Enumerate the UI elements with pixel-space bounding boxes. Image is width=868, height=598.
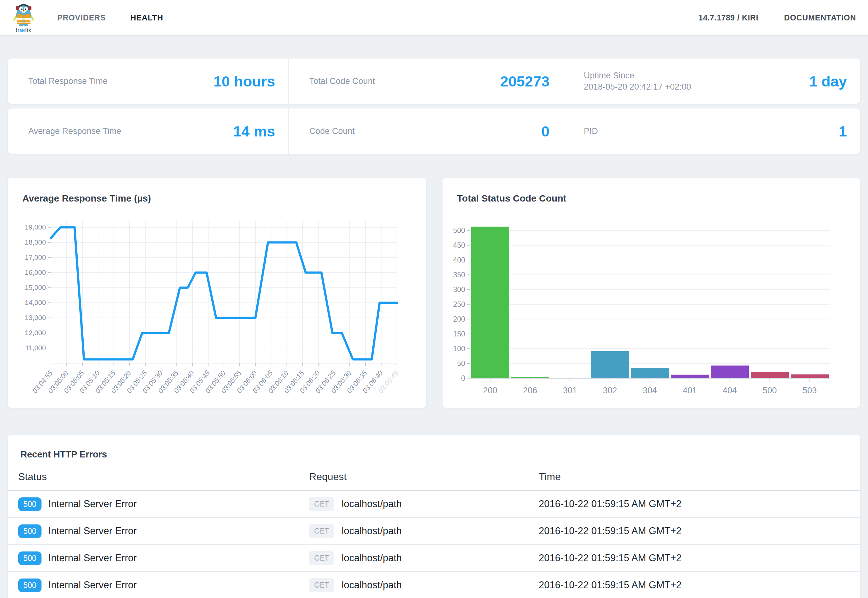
stat-label: Uptime Since (584, 70, 691, 81)
nav-link-providers[interactable]: PROVIDERS (57, 13, 106, 22)
stat-label: Code Count (310, 126, 355, 137)
svg-text:350: 350 (453, 271, 465, 279)
stat-label: PID (584, 126, 598, 137)
svg-text:301: 301 (563, 386, 577, 395)
svg-text:17,000: 17,000 (25, 253, 46, 261)
request-cell: GET localhost/path (299, 497, 528, 511)
status-cell: 500 Internal Server Error (8, 579, 299, 592)
svg-text:300: 300 (453, 286, 465, 294)
status-text: Internal Server Error (48, 552, 137, 564)
svg-text:16,000: 16,000 (25, 269, 46, 277)
request-cell: GET localhost/path (299, 524, 528, 538)
svg-text:200: 200 (453, 315, 465, 323)
stat-total-code-count: Total Code Count 205273 (288, 58, 563, 104)
svg-text:401: 401 (683, 386, 697, 395)
request-path: localhost/path (341, 498, 402, 510)
error-table-row: 500 Internal Server Error GET localhost/… (8, 572, 860, 598)
errors-table-title: Recent HTTP Errors (8, 435, 860, 469)
status-code-chart-title: Total Status Code Count (457, 193, 566, 204)
errors-table-header: Status Request Time (8, 469, 860, 491)
time-cell: 2016-10-22 01:59:15 AM GMT+2 (528, 552, 860, 564)
recent-http-errors-card: Recent HTTP Errors Status Request Time 5… (8, 435, 860, 598)
svg-text:100: 100 (453, 345, 465, 353)
svg-text:13,000: 13,000 (25, 314, 46, 321)
status-code-chart-card: Total Status Code Count 0501001502002503… (443, 178, 860, 408)
main-content: Total Response Time 10 hours Total Code … (0, 58, 868, 598)
error-table-row: 500 Internal Server Error GET localhost/… (8, 518, 860, 545)
svg-text:250: 250 (453, 300, 465, 308)
svg-text:0: 0 (461, 374, 465, 382)
status-text: Internal Server Error (48, 579, 137, 591)
stat-value: 0 (541, 123, 549, 140)
svg-text:503: 503 (802, 386, 817, 395)
request-path: localhost/path (341, 525, 402, 537)
svg-text:304: 304 (643, 386, 657, 395)
stat-sublabel: 2018-05-20 20:42:17 +02:00 (584, 81, 691, 93)
stat-value: 205273 (500, 73, 549, 90)
svg-text:11,000: 11,000 (25, 344, 46, 352)
charts-row: Average Response Time (µs) 11,00012,0001… (8, 178, 860, 408)
method-badge: GET (309, 524, 334, 538)
traefik-logo[interactable]: træfik (12, 2, 35, 34)
status-code-badge: 500 (18, 552, 42, 565)
stat-label: Total Response Time (28, 75, 108, 87)
status-cell: 500 Internal Server Error (8, 552, 299, 565)
column-header-status: Status (8, 471, 299, 483)
column-header-time: Time (528, 471, 860, 483)
request-path: localhost/path (341, 579, 402, 591)
svg-text:15,000: 15,000 (25, 284, 46, 292)
time-cell: 2016-10-22 01:59:15 AM GMT+2 (528, 498, 860, 510)
method-badge: GET (309, 497, 334, 511)
time-cell: 2016-10-22 01:59:15 AM GMT+2 (528, 525, 860, 537)
status-text: Internal Server Error (48, 498, 137, 510)
status-code-badge: 500 (18, 525, 42, 538)
response-time-line-chart: 11,00012,00013,00014,00015,00016,00017,0… (9, 216, 418, 408)
request-cell: GET localhost/path (299, 578, 528, 592)
nav-link-health[interactable]: HEALTH (130, 13, 163, 22)
svg-text:12,000: 12,000 (25, 329, 46, 337)
status-text: Internal Server Error (48, 525, 137, 537)
method-badge: GET (309, 551, 334, 565)
stats-row-current: Average Response Time 14 ms Code Count 0… (8, 108, 860, 154)
request-cell: GET localhost/path (299, 551, 528, 565)
stat-value: 10 hours (214, 73, 275, 90)
stat-value: 1 (839, 123, 847, 140)
stat-value: 1 day (809, 73, 847, 90)
errors-table-body: 500 Internal Server Error GET localhost/… (8, 491, 860, 598)
status-code-bar-chart: 0501001502002503003504004505002002063013… (443, 218, 852, 408)
stat-average-response-time: Average Response Time 14 ms (8, 108, 288, 154)
svg-text:50: 50 (457, 359, 465, 368)
logo-wordmark: træfik (16, 27, 32, 34)
documentation-link[interactable]: DOCUMENTATION (784, 13, 856, 22)
svg-text:400: 400 (453, 256, 465, 264)
stat-code-count: Code Count 0 (288, 108, 563, 154)
svg-text:150: 150 (453, 330, 465, 338)
request-path: localhost/path (341, 552, 402, 564)
svg-text:19,000: 19,000 (25, 223, 46, 231)
svg-text:206: 206 (523, 386, 537, 395)
stat-uptime-since: Uptime Since 2018-05-20 20:42:17 +02:00 … (563, 58, 860, 104)
error-table-row: 500 Internal Server Error GET localhost/… (8, 491, 860, 518)
svg-text:450: 450 (453, 241, 465, 249)
stat-pid: PID 1 (563, 108, 860, 154)
navbar: træfik PROVIDERS HEALTH 14.7.1789 / KIRI… (0, 0, 868, 35)
status-code-badge: 500 (18, 579, 42, 592)
status-cell: 500 Internal Server Error (8, 525, 299, 538)
stats-row-totals: Total Response Time 10 hours Total Code … (8, 58, 860, 104)
status-code-badge: 500 (18, 497, 42, 511)
version-text: 14.7.1789 / KIRI (699, 13, 758, 22)
error-table-row: 500 Internal Server Error GET localhost/… (8, 545, 860, 572)
svg-text:302: 302 (603, 386, 617, 395)
stat-label: Average Response Time (28, 126, 121, 137)
svg-text:500: 500 (763, 386, 777, 395)
stat-value: 14 ms (233, 123, 275, 140)
svg-text:14,000: 14,000 (25, 299, 46, 306)
stat-total-response-time: Total Response Time 10 hours (8, 58, 288, 104)
stat-label: Total Code Count (310, 75, 375, 87)
method-badge: GET (309, 578, 334, 592)
svg-text:18,000: 18,000 (25, 238, 46, 246)
nav-right: 14.7.1789 / KIRI DOCUMENTATION (699, 13, 856, 22)
traefik-health-page: træfik PROVIDERS HEALTH 14.7.1789 / KIRI… (0, 0, 868, 598)
traefik-gopher-icon (12, 2, 35, 26)
svg-text:200: 200 (483, 386, 497, 395)
